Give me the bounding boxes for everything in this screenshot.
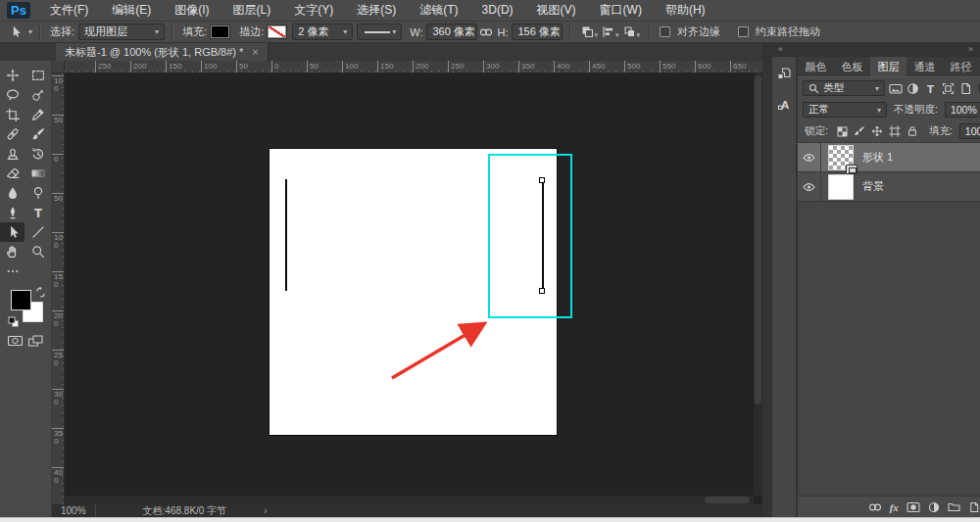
menu-file[interactable]: 文件(F) [38,0,100,21]
new-adjustment-layer-icon[interactable] [928,501,940,513]
character-styles-panel-icon[interactable]: A [772,93,796,117]
tool-type[interactable]: T [25,203,50,222]
paragraph-styles-panel-icon[interactable] [772,62,796,85]
new-layer-icon[interactable] [968,501,980,513]
layer-name[interactable]: 形状 1 [862,150,893,165]
add-layer-mask-icon[interactable] [906,501,920,513]
collapse-panels-icon[interactable]: » [968,44,973,54]
tool-dodge[interactable] [25,183,50,203]
lock-image-pixels-icon[interactable] [853,124,867,139]
fill-opacity-dropdown[interactable]: 100% ▾ [959,123,980,139]
tool-crop[interactable] [0,105,24,124]
select-label: 选择: [50,24,74,39]
tool-edit-toolbar[interactable] [0,261,24,281]
close-icon[interactable]: × [252,46,258,58]
stroke-width-dropdown[interactable]: 2 像素 ▾ [292,24,353,40]
shape-width-field[interactable]: 360 像素 [426,24,477,40]
swap-colors-icon[interactable] [35,287,46,298]
menu-edit[interactable]: 编辑(E) [100,0,163,21]
layer-row-shape1[interactable]: 形状 1 [798,143,980,172]
filter-shape-layers-icon[interactable] [941,81,956,96]
menu-window[interactable]: 窗口(W) [588,0,654,21]
filter-pixel-layers-icon[interactable] [888,81,903,96]
menu-3d[interactable]: 3D(D) [470,0,525,21]
tool-pen[interactable] [0,203,24,222]
menu-layer[interactable]: 图层(L) [221,0,283,21]
lock-all-icon[interactable] [906,124,920,139]
opacity-dropdown[interactable]: 100% ▾ [945,102,980,118]
align-edges-checkbox[interactable] [660,26,670,37]
filter-type-layers-icon[interactable]: T [923,81,938,96]
tool-rectangular-marquee[interactable] [25,66,50,85]
fill-label: 填充: [929,124,953,138]
default-colors-icon[interactable] [8,314,20,332]
tool-hand[interactable] [0,242,24,261]
layer-row-background[interactable]: 背景 [798,172,980,202]
horizontal-scrollbar-thumb[interactable] [705,497,750,503]
tool-clone-stamp[interactable] [0,144,24,164]
stroke-swatch[interactable] [268,25,286,38]
filter-adjustment-layers-icon[interactable] [906,81,920,96]
current-tool-icon[interactable] [6,24,24,40]
lock-artboard-icon[interactable] [888,124,903,139]
layer-thumbnail[interactable] [828,174,854,200]
menu-image[interactable]: 图像(I) [163,0,220,21]
zoom-level-field[interactable]: 100% [52,504,96,517]
tool-eyedropper[interactable] [25,105,50,124]
link-layers-icon[interactable] [868,502,882,512]
tool-brush[interactable] [25,124,50,144]
screen-mode-icon[interactable] [27,334,44,348]
tool-preset-chevron-icon[interactable]: ▾ [28,27,32,36]
tool-lasso[interactable] [0,85,24,105]
tab-color[interactable]: 颜色 [798,57,834,76]
foreground-color-swatch[interactable] [11,290,31,310]
lock-transparent-pixels-icon[interactable] [835,124,850,139]
document-tab[interactable]: 未标题-1 @ 100% (形状 1, RGB/8#) * × [56,43,269,61]
visibility-toggle[interactable] [798,172,821,201]
status-bar: 100% 文档:468.8K/0 字节 › [52,504,762,517]
expand-panels-icon[interactable]: « [778,44,783,54]
tab-swatches[interactable]: 色板 [834,57,870,76]
tool-blur[interactable] [0,183,24,203]
blend-mode-dropdown[interactable]: 正常 ▾ [803,102,887,118]
tool-zoom[interactable] [25,242,50,261]
layer-thumbnail[interactable] [828,145,854,170]
menu-help[interactable]: 帮助(H) [654,0,717,21]
tab-layers[interactable]: 图层 [870,57,906,76]
menu-type[interactable]: 文字(Y) [282,0,345,21]
shape-layer-badge-icon [846,165,858,174]
layer-name[interactable]: 背景 [862,179,884,194]
chevron-down-icon: ▾ [343,27,347,36]
quick-mask-icon[interactable] [7,334,24,348]
tool-history-brush[interactable] [25,144,50,164]
layer-filter-dropdown[interactable]: 类型 ▾ [803,80,885,96]
layer-effects-icon[interactable]: fx [890,501,899,513]
menu-filter[interactable]: 滤镜(T) [408,0,469,21]
status-options-chevron-icon[interactable]: › [264,505,267,516]
vertical-scrollbar[interactable] [754,73,762,496]
shape-height-field[interactable]: 156 像素 [512,24,563,40]
tool-move[interactable] [0,66,24,85]
lock-position-icon[interactable] [870,124,885,139]
menu-select[interactable]: 选择(S) [345,0,408,21]
tool-path-selection[interactable] [0,222,24,242]
link-dimensions-icon[interactable] [477,24,495,40]
layers-panel-group: 颜色 色板 图层 通道 路径 ≡ 类型 ▾ T [798,57,980,517]
constrain-path-checkbox[interactable] [738,26,749,37]
tool-quick-selection[interactable] [25,85,50,105]
menu-view[interactable]: 视图(V) [525,0,588,21]
tool-eraser[interactable] [0,164,24,183]
visibility-toggle[interactable] [798,143,821,171]
tool-gradient[interactable] [25,164,50,183]
tab-channels[interactable]: 通道 [906,57,943,76]
stroke-type-dropdown[interactable]: ▾ [357,24,402,40]
tool-spot-healing-brush[interactable] [0,124,24,144]
vertical-scrollbar-thumb[interactable] [755,75,761,404]
new-group-icon[interactable] [948,501,960,512]
filter-smart-objects-icon[interactable] [958,81,973,96]
ruler-corner[interactable] [52,61,65,73]
tab-paths[interactable]: 路径 [943,57,979,76]
tool-line[interactable] [25,222,50,242]
fill-swatch[interactable] [211,25,229,38]
select-mode-dropdown[interactable]: 现用图层 ▾ [78,24,165,40]
